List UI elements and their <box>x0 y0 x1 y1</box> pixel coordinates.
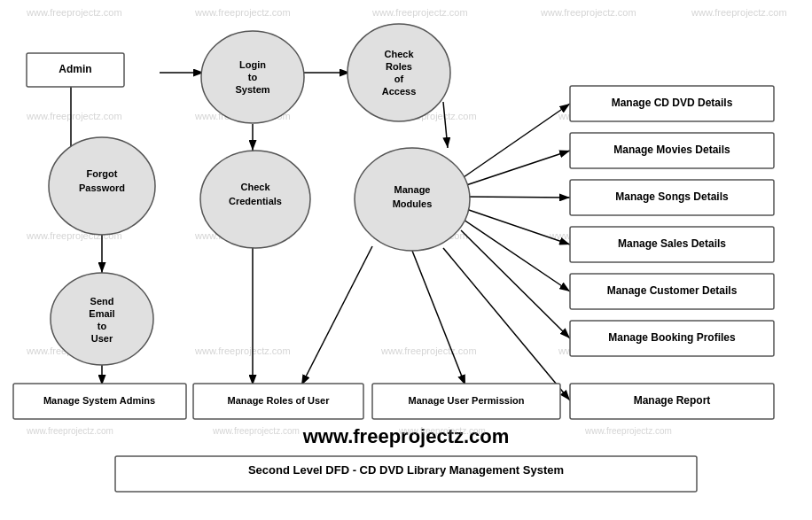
arrow-mod-userperm <box>412 251 465 385</box>
watermark-5: www.freeprojectz.com <box>691 7 787 18</box>
arrow-checkroles-manmod <box>443 102 448 148</box>
arrow-mod-roles <box>301 246 372 385</box>
manage-userperm-label: Manage User Permission <box>409 395 525 406</box>
arrow-mod-customer <box>464 220 570 291</box>
admin-label: Admin <box>59 63 91 75</box>
arrow-mod-songs <box>464 197 570 198</box>
login-system-label2: to <box>248 72 258 82</box>
check-roles-label3: of <box>394 74 404 84</box>
watermark-15: www.freeprojectz.com <box>194 345 291 356</box>
manage-report-label: Manage Report <box>634 394 711 407</box>
manage-booking-label: Manage Booking Profiles <box>608 331 736 344</box>
login-system-label3: System <box>235 84 269 95</box>
watermark-16: www.freeprojectz.com <box>380 345 477 356</box>
login-system-label: Login <box>239 59 266 70</box>
check-roles-node <box>347 24 450 121</box>
footer-caption: Second Level DFD - CD DVD Library Manage… <box>248 463 564 477</box>
manage-modules-label1: Manage <box>394 184 431 195</box>
watermark-1: www.freeprojectz.com <box>26 7 122 18</box>
watermark-18: www.freeprojectz.com <box>26 426 113 436</box>
manage-cddvd-label: Manage CD DVD Details <box>612 97 733 109</box>
watermark-2: www.freeprojectz.com <box>194 7 291 18</box>
check-roles-label4: Access <box>382 86 417 97</box>
check-roles-label1: Check <box>384 49 414 59</box>
check-cred-label2: Credentials <box>229 196 282 206</box>
send-email-label2: Email <box>89 308 114 319</box>
manage-sysadmins-label: Manage System Admins <box>43 395 155 406</box>
diagram-area: www.freeprojectz.com www.freeprojectz.co… <box>0 0 812 520</box>
manage-modules-label2: Modules <box>393 198 433 209</box>
watermark-20: www.freeprojectz.com <box>398 426 486 436</box>
watermark-3: www.freeprojectz.com <box>371 7 468 18</box>
forgot-password-label2: Password <box>79 182 125 193</box>
arrow-mod-cddvd <box>464 104 570 177</box>
watermark-4: www.freeprojectz.com <box>540 7 636 18</box>
arrow-mod-movies <box>464 151 570 186</box>
check-roles-label2: Roles <box>386 61 412 72</box>
manage-sales-label: Manage Sales Details <box>618 237 726 250</box>
watermark-19: www.freeprojectz.com <box>212 426 300 436</box>
manage-roles-label: Manage Roles of User <box>228 395 331 406</box>
manage-customer-label: Manage Customer Details <box>607 284 738 297</box>
watermark-6: www.freeprojectz.com <box>26 111 122 121</box>
send-email-label3: to <box>98 321 107 331</box>
send-email-node <box>51 273 153 365</box>
manage-movies-label: Manage Movies Details <box>613 144 730 156</box>
send-email-label4: User <box>91 333 113 344</box>
arrow-mod-sales <box>464 208 570 244</box>
send-email-label1: Send <box>90 296 114 307</box>
check-cred-label1: Check <box>240 182 270 192</box>
manage-songs-label: Manage Songs Details <box>615 190 729 203</box>
forgot-password-label1: Forgot <box>87 168 118 179</box>
arrow-mod-booking <box>461 230 570 338</box>
watermark-21: www.freeprojectz.com <box>584 426 672 436</box>
